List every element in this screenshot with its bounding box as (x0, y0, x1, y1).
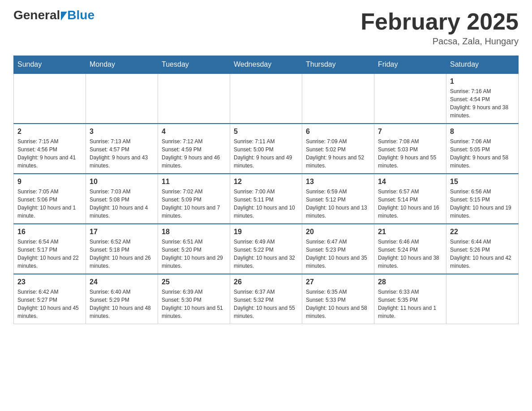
calendar-cell: 6Sunrise: 7:09 AMSunset: 5:02 PMDaylight… (302, 124, 374, 174)
calendar-body: 1Sunrise: 7:16 AMSunset: 4:54 PMDaylight… (14, 73, 519, 324)
day-number: 9 (17, 178, 82, 186)
day-number: 4 (162, 128, 226, 136)
day-number: 28 (378, 278, 442, 286)
calendar-cell: 8Sunrise: 7:06 AMSunset: 5:05 PMDaylight… (446, 124, 519, 174)
day-info: Sunrise: 6:46 AMSunset: 5:24 PMDaylight:… (378, 238, 442, 270)
day-info: Sunrise: 7:08 AMSunset: 5:03 PMDaylight:… (378, 137, 442, 170)
day-number: 19 (234, 228, 298, 236)
calendar-cell: 16Sunrise: 6:54 AMSunset: 5:17 PMDayligh… (14, 224, 86, 274)
week-row-1: 2Sunrise: 7:15 AMSunset: 4:56 PMDaylight… (14, 124, 519, 174)
calendar-cell: 26Sunrise: 6:37 AMSunset: 5:32 PMDayligh… (230, 274, 302, 324)
day-info: Sunrise: 7:13 AMSunset: 4:57 PMDaylight:… (90, 137, 154, 170)
calendar-cell: 14Sunrise: 6:57 AMSunset: 5:14 PMDayligh… (374, 174, 446, 224)
day-info: Sunrise: 6:56 AMSunset: 5:15 PMDaylight:… (450, 188, 515, 220)
calendar-cell: 20Sunrise: 6:47 AMSunset: 5:23 PMDayligh… (302, 224, 374, 274)
calendar-cell: 19Sunrise: 6:49 AMSunset: 5:22 PMDayligh… (230, 224, 302, 274)
day-info: Sunrise: 6:44 AMSunset: 5:26 PMDaylight:… (450, 238, 515, 270)
calendar-cell: 4Sunrise: 7:12 AMSunset: 4:59 PMDaylight… (158, 124, 230, 174)
header-day-sunday: Sunday (14, 56, 86, 74)
day-info: Sunrise: 6:57 AMSunset: 5:14 PMDaylight:… (378, 188, 442, 220)
week-row-0: 1Sunrise: 7:16 AMSunset: 4:54 PMDaylight… (14, 73, 519, 124)
calendar-cell: 24Sunrise: 6:40 AMSunset: 5:29 PMDayligh… (86, 274, 158, 324)
calendar-cell: 13Sunrise: 6:59 AMSunset: 5:12 PMDayligh… (302, 174, 374, 224)
day-info: Sunrise: 6:40 AMSunset: 5:29 PMDaylight:… (90, 288, 154, 320)
day-info: Sunrise: 6:52 AMSunset: 5:18 PMDaylight:… (90, 238, 154, 270)
logo: General Blue (13, 9, 94, 21)
calendar-cell (86, 73, 158, 124)
header-day-tuesday: Tuesday (158, 56, 230, 74)
day-info: Sunrise: 7:15 AMSunset: 4:56 PMDaylight:… (17, 137, 82, 170)
day-number: 10 (90, 178, 154, 186)
calendar-cell (230, 73, 302, 124)
day-number: 13 (306, 178, 370, 186)
logo-triangle-icon (61, 12, 67, 21)
header-day-thursday: Thursday (302, 56, 374, 74)
calendar-cell: 11Sunrise: 7:02 AMSunset: 5:09 PMDayligh… (158, 174, 230, 224)
calendar-cell: 21Sunrise: 6:46 AMSunset: 5:24 PMDayligh… (374, 224, 446, 274)
calendar-cell: 12Sunrise: 7:00 AMSunset: 5:11 PMDayligh… (230, 174, 302, 224)
calendar-cell: 15Sunrise: 6:56 AMSunset: 5:15 PMDayligh… (446, 174, 519, 224)
day-info: Sunrise: 7:03 AMSunset: 5:08 PMDaylight:… (90, 188, 154, 220)
header-day-wednesday: Wednesday (230, 56, 302, 74)
week-row-2: 9Sunrise: 7:05 AMSunset: 5:06 PMDaylight… (14, 174, 519, 224)
calendar-cell: 17Sunrise: 6:52 AMSunset: 5:18 PMDayligh… (86, 224, 158, 274)
calendar-cell: 1Sunrise: 7:16 AMSunset: 4:54 PMDaylight… (446, 73, 519, 124)
calendar-cell: 25Sunrise: 6:39 AMSunset: 5:30 PMDayligh… (158, 274, 230, 324)
day-number: 14 (378, 178, 442, 186)
calendar-cell (158, 73, 230, 124)
calendar-cell (446, 274, 519, 324)
day-number: 17 (90, 228, 154, 236)
day-info: Sunrise: 6:54 AMSunset: 5:17 PMDaylight:… (17, 238, 82, 270)
day-info: Sunrise: 6:37 AMSunset: 5:32 PMDaylight:… (234, 288, 298, 320)
day-number: 11 (162, 178, 226, 186)
day-number: 6 (306, 128, 370, 136)
day-info: Sunrise: 7:02 AMSunset: 5:09 PMDaylight:… (162, 188, 226, 220)
day-number: 24 (90, 278, 154, 286)
week-row-3: 16Sunrise: 6:54 AMSunset: 5:17 PMDayligh… (14, 224, 519, 274)
calendar-table: SundayMondayTuesdayWednesdayThursdayFrid… (13, 56, 519, 324)
day-number: 27 (306, 278, 370, 286)
calendar-cell: 18Sunrise: 6:51 AMSunset: 5:20 PMDayligh… (158, 224, 230, 274)
day-number: 15 (450, 178, 515, 186)
day-info: Sunrise: 7:00 AMSunset: 5:11 PMDaylight:… (234, 188, 298, 220)
calendar-cell: 9Sunrise: 7:05 AMSunset: 5:06 PMDaylight… (14, 174, 86, 224)
day-info: Sunrise: 7:05 AMSunset: 5:06 PMDaylight:… (17, 188, 82, 220)
day-number: 20 (306, 228, 370, 236)
day-number: 25 (162, 278, 226, 286)
calendar-cell: 2Sunrise: 7:15 AMSunset: 4:56 PMDaylight… (14, 124, 86, 174)
month-title: February 2025 (360, 9, 519, 34)
page-header: General Blue February 2025 Pacsa, Zala, … (13, 9, 519, 47)
day-number: 22 (450, 228, 515, 236)
calendar-cell: 27Sunrise: 6:35 AMSunset: 5:33 PMDayligh… (302, 274, 374, 324)
day-number: 2 (17, 128, 82, 136)
day-number: 16 (17, 228, 82, 236)
calendar-cell: 28Sunrise: 6:33 AMSunset: 5:35 PMDayligh… (374, 274, 446, 324)
day-number: 12 (234, 178, 298, 186)
day-info: Sunrise: 6:49 AMSunset: 5:22 PMDaylight:… (234, 238, 298, 270)
day-info: Sunrise: 7:16 AMSunset: 4:54 PMDaylight:… (450, 87, 515, 120)
day-info: Sunrise: 7:06 AMSunset: 5:05 PMDaylight:… (450, 137, 515, 170)
calendar-cell: 7Sunrise: 7:08 AMSunset: 5:03 PMDaylight… (374, 124, 446, 174)
day-number: 7 (378, 128, 442, 136)
day-number: 8 (450, 128, 515, 136)
logo-general-text: General (13, 9, 60, 21)
calendar-cell: 3Sunrise: 7:13 AMSunset: 4:57 PMDaylight… (86, 124, 158, 174)
day-number: 5 (234, 128, 298, 136)
day-info: Sunrise: 6:42 AMSunset: 5:27 PMDaylight:… (17, 288, 82, 320)
calendar-cell (374, 73, 446, 124)
logo-blue-text: Blue (67, 9, 94, 21)
day-info: Sunrise: 7:09 AMSunset: 5:02 PMDaylight:… (306, 137, 370, 170)
calendar-cell: 22Sunrise: 6:44 AMSunset: 5:26 PMDayligh… (446, 224, 519, 274)
day-info: Sunrise: 6:39 AMSunset: 5:30 PMDaylight:… (162, 288, 226, 320)
header-row: SundayMondayTuesdayWednesdayThursdayFrid… (14, 56, 519, 74)
day-number: 21 (378, 228, 442, 236)
day-info: Sunrise: 6:35 AMSunset: 5:33 PMDaylight:… (306, 288, 370, 320)
week-row-4: 23Sunrise: 6:42 AMSunset: 5:27 PMDayligh… (14, 274, 519, 324)
title-section: February 2025 Pacsa, Zala, Hungary (360, 9, 519, 47)
day-info: Sunrise: 7:12 AMSunset: 4:59 PMDaylight:… (162, 137, 226, 170)
day-info: Sunrise: 6:51 AMSunset: 5:20 PMDaylight:… (162, 238, 226, 270)
day-number: 3 (90, 128, 154, 136)
calendar-cell: 23Sunrise: 6:42 AMSunset: 5:27 PMDayligh… (14, 274, 86, 324)
day-number: 1 (450, 77, 515, 86)
header-day-monday: Monday (86, 56, 158, 74)
